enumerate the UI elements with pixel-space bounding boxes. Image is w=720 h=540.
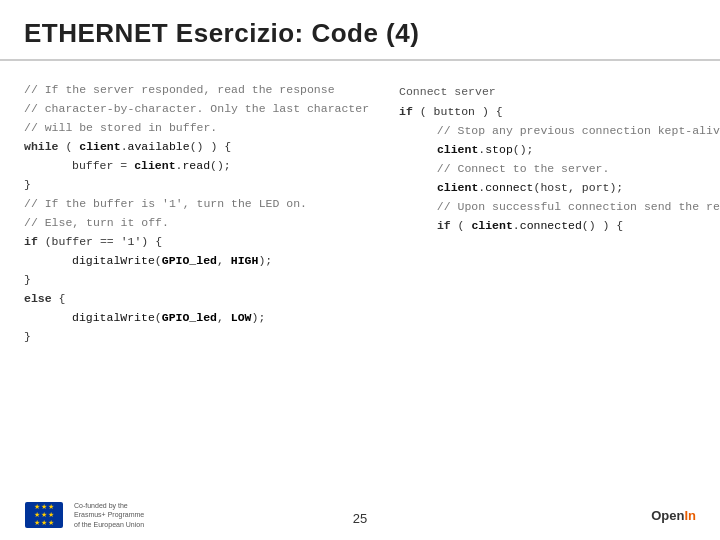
page-number: 25 (353, 511, 367, 526)
page-header: ETHERNET Esercizio: Code (4) (0, 0, 720, 61)
footer-left: ★★★★★★★★★ Co-funded by the Erasmus+ Prog… (24, 501, 144, 530)
right-code-column: Connect server if ( button ) { // Stop a… (389, 81, 720, 347)
r-code-line-7: if ( client.connected() ) { (399, 217, 720, 236)
code-line-6: } (24, 176, 369, 195)
page-title: ETHERNET Esercizio: Code (4) (24, 18, 696, 49)
code-line-1: // If the server responded, read the res… (24, 81, 369, 100)
code-line-5: buffer = client.read(); (24, 157, 369, 176)
footer-eu-line3: of the European Union (74, 520, 144, 530)
eu-flag-logo: ★★★★★★★★★ (24, 501, 64, 529)
right-code-block: if ( button ) { // Stop any previous con… (399, 103, 720, 236)
code-line-11: } (24, 271, 369, 290)
code-line-3: // will be stored in buffer. (24, 119, 369, 138)
r-code-line-3: client.stop(); (399, 141, 720, 160)
left-code-column: // If the server responded, read the res… (24, 81, 389, 347)
main-content: // If the server responded, read the res… (0, 61, 720, 347)
code-line-4: while ( client.available() ) { (24, 138, 369, 157)
left-code-block: // If the server responded, read the res… (24, 81, 369, 347)
footer-eu-line1: Co-funded by the (74, 501, 144, 511)
r-code-line-1: if ( button ) { (399, 103, 720, 122)
code-line-12: else { (24, 290, 369, 309)
code-line-7: // If the buffer is '1', turn the LED on… (24, 195, 369, 214)
footer-eu-line2: Erasmus+ Programme (74, 510, 144, 520)
code-line-9: if (buffer == '1') { (24, 233, 369, 252)
openin-brand-letter: In (684, 508, 696, 523)
footer-eu-text: Co-funded by the Erasmus+ Programme of t… (74, 501, 144, 530)
code-line-8: // Else, turn it off. (24, 214, 369, 233)
openin-logo: OpenIn (651, 508, 696, 523)
r-code-line-5: client.connect(host, port); (399, 179, 720, 198)
r-code-line-6: // Upon successful connection send the r… (399, 198, 720, 217)
r-code-line-4: // Connect to the server. (399, 160, 720, 179)
code-line-13: digitalWrite(GPIO_led, LOW); (24, 309, 369, 328)
r-code-line-2: // Stop any previous connection kept-ali… (399, 122, 720, 141)
eu-stars: ★★★★★★★★★ (34, 503, 55, 527)
connect-server-label: Connect server (399, 85, 496, 98)
code-line-14: } (24, 328, 369, 347)
code-line-2: // character-by-character. Only the last… (24, 100, 369, 119)
code-line-10: digitalWrite(GPIO_led, HIGH); (24, 252, 369, 271)
eu-flag: ★★★★★★★★★ (25, 502, 63, 528)
